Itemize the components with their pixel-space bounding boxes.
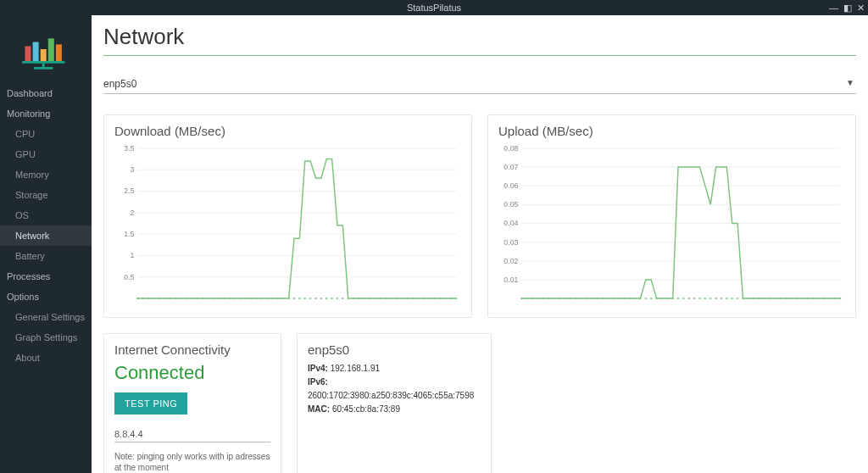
svg-rect-27 [164, 298, 165, 299]
svg-rect-24 [147, 298, 149, 299]
svg-rect-142 [759, 298, 760, 299]
svg-rect-42 [245, 298, 247, 299]
ping-address-input[interactable] [114, 426, 270, 442]
sidebar-item-gpu[interactable]: GPU [0, 144, 92, 164]
window-maximize-icon[interactable]: ◧ [843, 3, 852, 14]
svg-rect-138 [737, 298, 738, 299]
svg-rect-111 [591, 298, 593, 299]
svg-rect-143 [764, 298, 765, 299]
svg-rect-107 [570, 298, 571, 299]
svg-rect-38 [223, 298, 225, 299]
svg-rect-99 [526, 298, 528, 299]
svg-rect-146 [780, 298, 782, 299]
bar-chart-logo-icon [16, 24, 75, 75]
svg-text:0.08: 0.08 [504, 144, 518, 153]
sidebar-item-monitoring[interactable]: Monitoring [0, 103, 92, 124]
svg-rect-59 [337, 298, 338, 299]
svg-rect-29 [175, 298, 176, 299]
svg-rect-155 [828, 298, 830, 299]
svg-rect-72 [407, 298, 409, 299]
svg-rect-105 [559, 298, 560, 299]
ipv4-row: IPv4: 192.168.1.91 [308, 362, 481, 376]
svg-rect-145 [775, 298, 776, 299]
sidebar-item-processes[interactable]: Processes [0, 266, 92, 287]
test-ping-button[interactable]: TEST PING [114, 392, 187, 415]
svg-rect-122 [650, 298, 652, 299]
svg-rect-26 [159, 298, 160, 299]
svg-rect-81 [455, 298, 457, 299]
svg-rect-31 [186, 298, 187, 299]
svg-rect-144 [769, 298, 771, 299]
svg-text:1: 1 [130, 251, 134, 259]
download-chart: 0.511.522.533.5 [114, 142, 461, 310]
svg-rect-68 [385, 298, 387, 299]
svg-rect-120 [639, 298, 641, 299]
sidebar-item-memory[interactable]: Memory [0, 164, 92, 185]
svg-rect-156 [834, 298, 836, 299]
svg-rect-76 [428, 298, 430, 299]
svg-text:2.5: 2.5 [124, 186, 134, 195]
sidebar-item-general-settings[interactable]: General Settings [0, 307, 92, 327]
svg-rect-79 [444, 298, 446, 299]
svg-text:0.07: 0.07 [504, 163, 518, 171]
window-title: StatusPilatus [407, 3, 461, 13]
svg-rect-64 [364, 298, 365, 299]
interface-info-name: enp5s0 [308, 342, 481, 357]
svg-text:3.5: 3.5 [124, 144, 134, 153]
svg-rect-46 [266, 298, 268, 299]
svg-rect-140 [748, 298, 749, 299]
svg-rect-126 [672, 298, 674, 299]
svg-rect-123 [656, 298, 658, 299]
window-minimize-icon[interactable]: — [829, 3, 838, 13]
svg-rect-100 [531, 298, 533, 299]
svg-rect-119 [634, 298, 636, 299]
svg-rect-131 [699, 298, 701, 299]
sidebar-item-graph-settings[interactable]: Graph Settings [0, 327, 92, 348]
title-divider [103, 55, 856, 56]
svg-rect-127 [677, 298, 679, 299]
svg-rect-113 [602, 298, 604, 299]
svg-rect-102 [542, 298, 544, 299]
svg-rect-103 [548, 298, 549, 299]
interface-select[interactable]: enp5s0 ▼ [103, 75, 856, 94]
svg-rect-63 [359, 298, 360, 299]
svg-rect-135 [721, 298, 722, 299]
svg-text:0.02: 0.02 [504, 257, 518, 265]
svg-rect-121 [645, 298, 647, 299]
svg-rect-67 [380, 298, 381, 299]
window-close-icon[interactable]: ✕ [857, 3, 865, 14]
upload-chart-card: Upload (MB/sec) 0.010.020.030.040.050.06… [487, 114, 856, 318]
mac-row: MAC: 60:45:cb:8a:73:89 [308, 403, 481, 416]
svg-rect-75 [423, 298, 425, 299]
sidebar-item-about[interactable]: About [0, 348, 92, 368]
svg-rect-0 [25, 47, 31, 62]
upload-chart-title: Upload (MB/sec) [498, 124, 845, 138]
page-title: Network [103, 24, 856, 50]
svg-rect-106 [564, 298, 565, 299]
sidebar-item-dashboard[interactable]: Dashboard [0, 83, 92, 103]
svg-rect-60 [342, 298, 343, 299]
sidebar-item-cpu[interactable]: CPU [0, 124, 92, 144]
sidebar-item-options[interactable]: Options [0, 287, 92, 307]
svg-rect-139 [743, 298, 744, 299]
chevron-down-icon: ▼ [846, 78, 854, 87]
svg-text:0.05: 0.05 [504, 200, 518, 209]
svg-rect-70 [396, 298, 398, 299]
svg-rect-41 [239, 298, 241, 299]
svg-rect-149 [796, 298, 798, 299]
svg-rect-118 [629, 298, 631, 299]
svg-rect-51 [293, 298, 295, 299]
app-logo [0, 15, 92, 83]
ipv6-row: IPv6: 2600:1702:3980:a250:839c:4065:c55a… [308, 376, 481, 403]
svg-rect-33 [196, 298, 198, 299]
svg-rect-36 [212, 298, 214, 299]
sidebar-item-storage[interactable]: Storage [0, 185, 92, 205]
svg-rect-133 [709, 298, 711, 299]
svg-rect-114 [607, 298, 609, 299]
svg-rect-129 [688, 298, 690, 299]
sidebar-item-network[interactable]: Network [0, 225, 92, 246]
svg-rect-101 [537, 298, 538, 299]
svg-rect-73 [412, 298, 414, 299]
sidebar-item-battery[interactable]: Battery [0, 246, 92, 266]
sidebar-item-os[interactable]: OS [0, 205, 92, 225]
